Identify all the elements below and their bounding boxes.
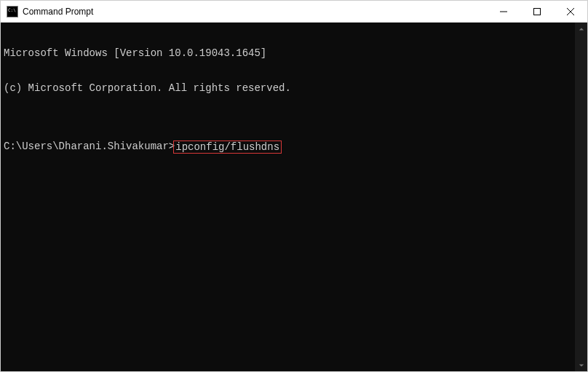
close-button[interactable] (554, 1, 587, 23)
content-area: Microsoft Windows [Version 10.0.19043.16… (1, 23, 587, 371)
scroll-down-button[interactable] (575, 359, 587, 371)
terminal-output[interactable]: Microsoft Windows [Version 10.0.19043.16… (1, 23, 575, 371)
close-icon (567, 8, 574, 15)
titlebar[interactable]: Command Prompt (1, 1, 587, 23)
minimize-button[interactable] (487, 1, 520, 23)
scroll-up-button[interactable] (575, 23, 587, 35)
prompt-path: C:\Users\Dharani.Shivakumar> (4, 141, 175, 154)
command-text: ipconfig/flushdns (175, 141, 279, 153)
app-icon (7, 6, 18, 17)
svg-rect-1 (534, 9, 541, 15)
command-highlight: ipconfig/flushdns (173, 141, 282, 154)
maximize-button[interactable] (520, 1, 554, 23)
scroll-track[interactable] (575, 35, 587, 359)
command-prompt-window: Command Prompt Microsoft Windows [Versio… (0, 0, 588, 372)
prompt-line: C:\Users\Dharani.Shivakumar>ipconfig/flu… (4, 141, 572, 154)
chevron-down-icon (579, 363, 584, 368)
window-title: Command Prompt (23, 7, 487, 17)
minimize-icon (500, 8, 507, 15)
window-controls (487, 1, 587, 22)
version-line: Microsoft Windows [Version 10.0.19043.16… (4, 47, 572, 59)
maximize-icon (533, 8, 541, 15)
vertical-scrollbar[interactable] (575, 23, 587, 371)
copyright-line: (c) Microsoft Corporation. All rights re… (4, 82, 572, 94)
chevron-up-icon (579, 26, 584, 32)
